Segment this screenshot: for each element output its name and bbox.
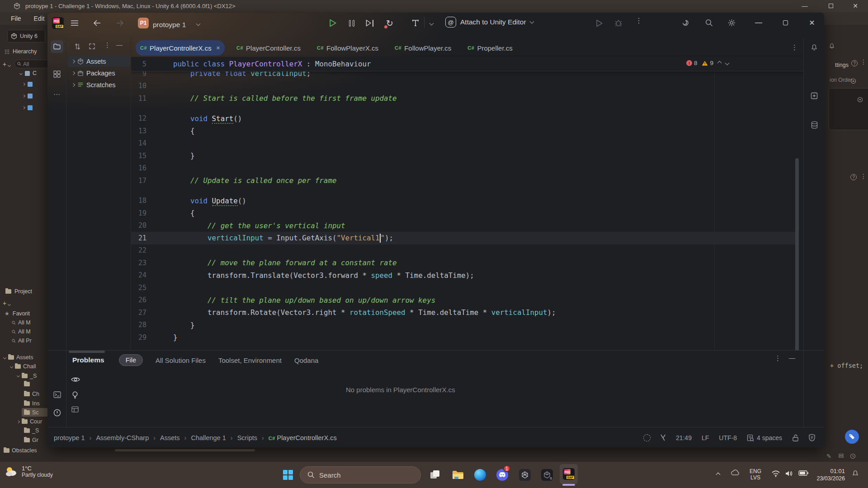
close-icon[interactable]: ✕ [805,17,819,28]
code-line-18[interactable]: 18 void Update() [131,195,796,207]
discord-button[interactable]: 1 [493,465,511,485]
code-line-19[interactable]: 19 { [131,207,796,220]
unity-version-control-bubble[interactable] [845,430,859,444]
breadcrumb-item[interactable]: Scripts [237,434,257,441]
sticky-declaration-line[interactable]: 5 public class PlayerControllerX : MonoB… [131,57,803,71]
hierarchy-row[interactable] [23,105,33,110]
code-line-10[interactable]: 10 [131,80,796,93]
problems-title[interactable]: Problems [72,356,104,364]
menu-file[interactable]: File [11,15,21,22]
rider-taskbar-button[interactable]: RD EAP [560,464,578,484]
chevron-down-icon[interactable] [196,22,201,26]
tab-options-icon[interactable]: ⋮ [791,43,798,52]
unity-maximize-button[interactable] [825,2,837,10]
back-icon[interactable] [92,18,103,28]
settings-tab-fragment[interactable]: ttings [835,62,849,68]
code-line-22[interactable]: 22 [131,244,796,257]
project-name[interactable]: protoype 1 [153,21,186,29]
project-tree-item-Chall[interactable]: Chall [10,363,36,370]
breadcrumb-item[interactable]: C# PlayerControllerX.cs [269,434,337,441]
structure-tool-icon[interactable] [51,68,63,80]
tab-PlayerContoller.cs[interactable]: C#PlayerContoller.cs [232,40,305,56]
hierarchy-row-root[interactable]: C [20,70,37,76]
preview-eye-icon[interactable] [71,376,80,383]
layers-icon[interactable] [838,453,844,459]
project-tree-item-Sc[interactable]: Sc [24,409,39,416]
favorites-item[interactable]: All M [12,319,31,326]
project-tree-item-Gr[interactable]: Gr [24,437,38,443]
hierarchy-row[interactable] [23,82,33,87]
more-icon[interactable]: ⋮ [860,173,867,180]
pause-button[interactable] [346,17,358,29]
wifi-icon[interactable] [771,470,780,477]
project-tool-icon[interactable] [51,40,63,53]
help-icon[interactable]: ? [851,60,858,66]
gradle-structure-icon[interactable] [809,90,820,101]
more-icon[interactable]: ⋮ [104,41,111,49]
unity-close-button[interactable]: ✕ [849,2,862,10]
forward-icon[interactable] [114,18,125,28]
tab-close-icon[interactable]: ✕ [216,45,220,51]
problems-filter-Qodana[interactable]: Qodana [294,357,318,364]
tab-PlayerControllerX.cs[interactable]: C#PlayerControllerX.cs✕ [136,40,225,56]
lock-icon[interactable] [792,434,799,441]
notifications-bell-icon[interactable] [809,42,820,53]
chevron-right-icon[interactable] [71,83,75,86]
breadcrumb-item[interactable]: protoype 1 [54,434,85,441]
search-icon[interactable] [703,17,715,28]
swap-icon[interactable] [75,43,80,50]
hierarchy-add-button[interactable]: + [3,61,10,68]
clock-icon[interactable] [850,453,856,459]
line-ending[interactable]: LF [702,434,709,441]
weather-widget[interactable]: 1°C Partly cloudy [5,465,53,478]
unity-editor-button[interactable]: 6 [538,465,556,485]
start-button[interactable] [279,465,297,485]
breadcrumb-item[interactable]: Challenge 1 [191,434,226,441]
code-line-15[interactable]: 15 } [131,150,796,162]
pencil-icon[interactable]: ✎ [826,453,831,460]
maximize-icon[interactable] [778,17,792,28]
taskbar-search-input[interactable]: Search [300,466,421,483]
battery-icon[interactable] [798,470,808,476]
target-icon[interactable] [857,97,863,103]
code-line-29[interactable]: 29} [131,331,796,344]
project-tree-item-Cour[interactable]: Cour [17,418,42,425]
tab-FollowPlayer.cs[interactable]: C#FollowPlayer.cs [390,40,456,56]
database-icon[interactable] [809,119,820,130]
clock-widget[interactable]: 01:01 23/03/2026 [812,468,845,482]
file-explorer-button[interactable] [449,465,467,485]
run-disabled-icon[interactable] [594,17,605,29]
next-problem-icon[interactable] [725,61,730,66]
project-tree-item-Obstacles[interactable]: Obstacles [4,447,37,454]
more-icon[interactable]: ⋮ [860,58,867,66]
unity-reload-icon[interactable]: ↻ [383,17,396,29]
project-tree-item[interactable] [24,382,30,386]
more-tools-icon[interactable]: ⋯ [53,90,61,99]
code-line-28[interactable]: 28 } [131,319,796,332]
chevron-right-icon[interactable] [71,59,75,63]
code-line-20[interactable]: 20 // get the user's vertical input [131,220,796,232]
shield-icon[interactable] [809,434,815,441]
widget-grid-icon[interactable] [71,406,79,413]
volume-icon[interactable] [785,470,793,477]
hierarchy-header[interactable]: Hierarchy [5,48,37,55]
task-view-button[interactable] [426,465,444,485]
notification-bell-icon[interactable] [852,470,859,477]
favorites-item[interactable]: All Pr [12,338,32,344]
encoding[interactable]: UTF-8 [719,434,737,441]
more-icon[interactable]: ⋮ [774,354,781,362]
chevron-right-icon[interactable] [71,71,75,75]
code-line-27[interactable]: 27 transform.Rotate(Vector3.right * rota… [131,306,796,319]
code-line-23[interactable]: 23 // move the plane forward at a consta… [131,257,796,269]
tab-Propeller.cs[interactable]: C#Propeller.cs [463,40,517,56]
code-line-14[interactable]: 14 [131,137,796,150]
settings-gear-icon[interactable] [726,17,737,28]
menu-edit[interactable]: Edit [34,15,45,22]
inspection-widget[interactable]: !8 9 [686,60,729,66]
prev-problem-icon[interactable] [717,61,722,66]
explorer-item-Scratches[interactable]: Scratches [67,79,130,90]
problems-filter-All Solution Files[interactable]: All Solution Files [156,357,206,364]
problems-filter-Toolset, Environment[interactable]: Toolset, Environment [218,357,282,364]
tab-FollowPlayerX.cs[interactable]: C#FollowPlayerX.cs [312,40,383,56]
expand-icon[interactable] [89,43,95,49]
